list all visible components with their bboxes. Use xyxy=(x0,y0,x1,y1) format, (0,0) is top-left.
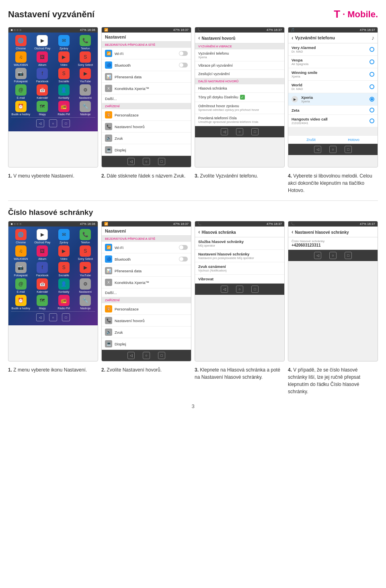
settings-more[interactable]: Další... xyxy=(102,94,191,103)
settings-bluetooth-2[interactable]: 🔵 Bluetooth xyxy=(102,253,191,265)
app-album[interactable]: 🖼 Album xyxy=(33,51,53,66)
app-sony-select[interactable]: S Sony Select xyxy=(76,51,96,66)
ringtone-xperia[interactable]: ▶ Xperia Xperia xyxy=(288,93,378,106)
bluetooth-toggle[interactable] xyxy=(179,63,188,67)
app-chrome[interactable]: 🌐 Chrome xyxy=(11,35,31,50)
nav-recent-1[interactable]: □ xyxy=(158,158,165,165)
app-email[interactable]: @ E-mail xyxy=(11,84,31,99)
vm-number-item[interactable]: Číslo hlasové schránky +420603123311 xyxy=(288,237,378,250)
app2-contacts[interactable]: 👤 Kontakty xyxy=(54,278,74,293)
settings-personalize[interactable]: 🎨 Personalizace xyxy=(102,109,191,121)
app-contacts[interactable]: 👤 Kontakty xyxy=(54,84,74,99)
settings-wifi-2[interactable]: 📶 Wi-Fi xyxy=(102,242,191,253)
nav-home-2-4[interactable]: ○ xyxy=(329,252,337,259)
app-tools[interactable]: 🔧 Nástroje xyxy=(76,101,96,116)
app2-facebook[interactable]: f Facebook xyxy=(33,262,53,277)
app2-calendar[interactable]: 📅 Kalendář xyxy=(33,278,53,293)
settings-bluetooth[interactable]: 🔵 Bluetooth xyxy=(102,59,191,71)
app2-camera[interactable]: 📷 Fotoaparát xyxy=(11,262,31,277)
settings-display[interactable]: 💻 Displej xyxy=(102,144,191,156)
bluetooth2-toggle[interactable] xyxy=(179,257,188,261)
call-item-reject-sms[interactable]: Odmítnout hovor zprávou Spravovat odmíta… xyxy=(195,102,284,114)
app-radio[interactable]: 📻 Rádio FM xyxy=(54,101,74,116)
settings-xperia[interactable]: X Konektivita Xperia™ xyxy=(102,83,191,94)
ringtone-world[interactable]: World Dr. MAD xyxy=(288,81,378,93)
confirm-button[interactable]: Hotovo xyxy=(348,138,359,142)
app2-tools[interactable]: 🔧 Nástroje xyxy=(76,295,96,310)
app-socialife[interactable]: S Socialife xyxy=(54,68,74,83)
back-arrow-vm-num[interactable]: ‹ xyxy=(292,229,295,235)
app-facebook[interactable]: f Facebook xyxy=(33,68,53,83)
nav-back-2-2[interactable]: ◁ xyxy=(127,352,135,359)
app-camera[interactable]: 📷 Fotoaparát xyxy=(11,68,31,83)
settings-wifi[interactable]: 📶 Wi-Fi xyxy=(102,48,191,59)
call-item-dialpad-tones[interactable]: Tóny při dotyku číselníku ✓ xyxy=(195,93,284,102)
nav-back-3[interactable]: ◁ xyxy=(221,128,228,135)
home-btn[interactable]: ○ xyxy=(49,119,57,127)
app2-settings[interactable]: ⚙ Nastavení xyxy=(76,278,96,293)
app2-radio[interactable]: 📻 Rádio FM xyxy=(54,295,74,310)
nav-back-2-4[interactable]: ◁ xyxy=(314,252,321,259)
nav-home-1[interactable]: ○ xyxy=(143,158,150,165)
nav-back-1[interactable]: ◁ xyxy=(127,158,135,165)
back-btn[interactable]: ◁ xyxy=(36,119,44,127)
voicemail-item-notification[interactable]: Zvuk oznámení Výchozí (Notification) xyxy=(195,262,284,275)
settings-sound-2[interactable]: 🔊 Zvuk xyxy=(102,327,191,338)
nav-home-4[interactable]: ○ xyxy=(329,146,337,153)
app-messages[interactable]: ✉ Zprávy xyxy=(54,35,74,50)
home-btn-2[interactable]: ○ xyxy=(49,313,57,321)
call-item-increasing[interactable]: Zesilující vyzvánění xyxy=(195,70,284,78)
settings-sound[interactable]: 🔊 Zvuk xyxy=(102,133,191,144)
app2-album[interactable]: 🖼 Album xyxy=(33,245,53,260)
settings-call-settings[interactable]: 📞 Nastavení hovorů xyxy=(102,121,191,133)
voicemail-item-service[interactable]: Služba hlasové schránky Můj operátor xyxy=(195,237,284,250)
ringtone-very-alarmed[interactable]: Very Alarmed Dr. MAD xyxy=(288,43,378,56)
nav-home-3[interactable]: ○ xyxy=(236,128,243,135)
app2-chrome[interactable]: 🌐 Chrome xyxy=(11,229,31,244)
nav-recent-3[interactable]: □ xyxy=(251,128,259,135)
app-calendar[interactable]: 📅 Kalendář xyxy=(33,84,53,99)
app2-messages[interactable]: ✉ Zprávy xyxy=(54,229,74,244)
nav-recent-4[interactable]: □ xyxy=(345,146,352,153)
call-item-fixed-numbers[interactable]: Povolená telefonní čísla Umožňuje spravo… xyxy=(195,114,284,126)
nav-recent-2-4[interactable]: □ xyxy=(345,252,352,259)
app-settings[interactable]: ⚙ Nastavení xyxy=(76,84,96,99)
wifi2-toggle[interactable] xyxy=(179,245,188,250)
app2-walkman[interactable]: ♫ WALKMAN xyxy=(11,245,31,260)
play-xperia-btn[interactable]: ▶ xyxy=(292,96,298,102)
settings-xperia-2[interactable]: X Konektivita Xperia™ xyxy=(102,277,191,288)
app2-socialife[interactable]: S Socialife xyxy=(54,262,74,277)
back-arrow-vm[interactable]: ‹ xyxy=(198,229,202,235)
ringtone-zeta[interactable]: Zeta xyxy=(288,106,378,115)
app2-maps[interactable]: 🗺 Mapy xyxy=(33,295,53,310)
call-item-vibrate[interactable]: Vibrace při vyzvánění xyxy=(195,61,284,70)
app-phone[interactable]: 📞 Telefon xyxy=(76,35,96,50)
app2-phone[interactable]: 📞 Telefon xyxy=(76,229,96,244)
call-item-voicemail[interactable]: Hlasová schránka xyxy=(195,84,284,93)
app2-youtube[interactable]: ▶ YouTube xyxy=(76,262,96,277)
ringtone-vespa[interactable]: Vespa Ali Spagnola xyxy=(288,56,378,68)
nav-back-4[interactable]: ◁ xyxy=(314,146,321,153)
app2-video[interactable]: ▶ Video xyxy=(54,245,74,260)
app-clock[interactable]: ⏰ Budík a hodiny xyxy=(11,101,31,116)
cancel-button[interactable]: Zrušit xyxy=(306,138,316,142)
nav-recent-2-2[interactable]: □ xyxy=(158,352,165,359)
nav-recent-2-3[interactable]: □ xyxy=(251,286,259,293)
voicemail-item-vibrate[interactable]: Vibrovat xyxy=(195,275,284,284)
settings-data[interactable]: 📊 Přenesená data xyxy=(102,71,191,83)
back-arrow-4[interactable]: ‹ xyxy=(292,35,294,41)
app2-clock[interactable]: ⏰ Budík a hodiny xyxy=(11,295,31,310)
ringtone-hangouts[interactable]: Hangouts video call 2131624041 xyxy=(288,115,378,127)
app-maps[interactable]: 🗺 Mapy xyxy=(33,101,53,116)
app-walkman[interactable]: ♫ WALKMAN xyxy=(11,51,31,66)
recent-btn[interactable]: □ xyxy=(62,119,70,127)
voicemail-item-settings[interactable]: Nastavení hlasové schránky Nastavení pro… xyxy=(195,250,284,262)
app2-sony[interactable]: S Sony Select xyxy=(76,245,96,260)
recent-btn-2[interactable]: □ xyxy=(62,313,70,321)
app-play[interactable]: ▶ Obchod Play xyxy=(33,35,53,50)
app2-email[interactable]: @ E-mail xyxy=(11,278,31,293)
settings-display-2[interactable]: 💻 Displej xyxy=(102,338,191,350)
app-youtube[interactable]: ▶ YouTube xyxy=(76,68,96,83)
call-item-ringtone[interactable]: Vyzvánění telefonu Xperia xyxy=(195,49,284,61)
nav-home-2-2[interactable]: ○ xyxy=(143,352,150,359)
